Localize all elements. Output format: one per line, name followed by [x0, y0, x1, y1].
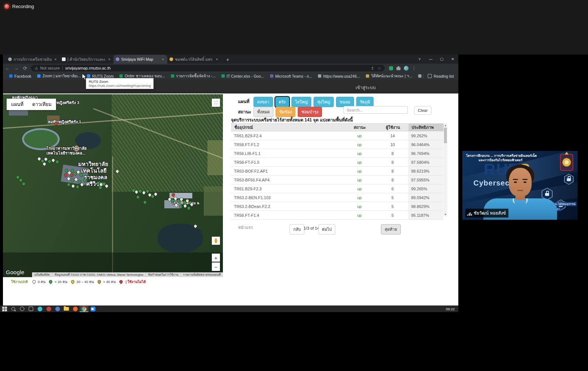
summary-text: จุดบริการระบบเครือข่ายไร้สายทั้งหมด 141 …	[231, 116, 353, 123]
map-canvas[interactable]: หอพักหญิงฉมาอพักหญิงศรีตรัง 3หอพักหญิงศร…	[3, 94, 223, 277]
profile-avatar[interactable]	[404, 66, 409, 71]
address-bar[interactable]: ⚠ Not secure | srivijayamap.rmutsv.ac.th…	[31, 65, 385, 71]
area-button-ทุ่งใหญ่[interactable]: ทุ่งใหญ่	[314, 97, 334, 107]
fullscreen-button[interactable]: ⛶	[212, 99, 220, 107]
map-marker-pin[interactable]	[186, 206, 191, 211]
map-attribution-item[interactable]: แป้นพิมพ์ลัด	[32, 272, 52, 277]
bookmark-item[interactable]: RUTS Zoom	[84, 74, 116, 78]
satellite-view-button[interactable]: ดาวเทียม	[28, 99, 56, 110]
tooltip-url: https://ruts.zoom.us/meeting#/upcoming	[89, 84, 151, 88]
search-input[interactable]	[343, 106, 408, 114]
not-secure-label: Not secure	[40, 66, 60, 70]
table-row[interactable]: TR58.FT-F1.4up595.1187%	[231, 211, 443, 220]
maximize-button[interactable]: ▢	[436, 54, 447, 64]
map-marker-pin[interactable]	[51, 158, 56, 163]
minimize-button[interactable]: —	[425, 54, 436, 64]
map-marker-pin[interactable]	[136, 195, 140, 199]
close-button[interactable]: ✕	[447, 54, 458, 64]
map-marker-pin[interactable]	[143, 200, 147, 205]
back-button[interactable]: ←	[3, 66, 12, 71]
zoom-in-button[interactable]: +	[212, 254, 220, 262]
zoom-app[interactable]	[88, 305, 97, 312]
map-marker-pin[interactable]	[71, 184, 76, 188]
pagination-prev-button[interactable]: กลับ	[290, 224, 304, 234]
scroll-up-arrow[interactable]: ▲	[444, 123, 447, 127]
tab-search-icon[interactable]: ˅	[414, 54, 425, 64]
table-row[interactable]: TR63.2-BEN.F1.103up589.0942%	[231, 193, 443, 202]
efficiency-cell: 96.0464%	[408, 140, 443, 149]
new-tab-button[interactable]: +	[224, 57, 231, 64]
bookmark-item[interactable]: Advice จ.ตรัง สาขา U...	[416, 73, 423, 79]
browser-tab[interactable]: ซอฟต์แวร์ลิขสิทธิ์ มทร.ศรีวิชัย |✕	[167, 55, 221, 64]
table-row[interactable]: TR58.FT-F1.2up1096.0464%	[231, 140, 443, 149]
bookmark-item[interactable]: รายการจัดซื้อจัดจ้าง -...	[168, 73, 218, 79]
extensions-puzzle-icon[interactable]	[396, 66, 400, 70]
bookmark-item[interactable]: Microsoft Teams - n...	[267, 74, 315, 78]
table-row[interactable]: TR61.B29-F2.4up1499.262%	[231, 131, 443, 140]
browser-tab[interactable]: | สำนักวิทยบริการและเทคโนโลยีสารสน✕	[60, 55, 113, 64]
status-button[interactable]: ทั้งหมด	[253, 107, 273, 117]
clear-button[interactable]: Clear	[414, 106, 431, 115]
area-button-สงขลา[interactable]: สงขลา	[253, 97, 273, 107]
map-attribution-item[interactable]: ข้อมูลแผนที่ ©2022 ภาพ ©2022, CNES / Air…	[52, 272, 146, 277]
zoom-out-button[interactable]: −	[212, 262, 220, 271]
table-row[interactable]: TR58-FT-F1.5up897.5804%	[231, 158, 443, 167]
area-button-ขนอม[interactable]: ขนอม	[336, 97, 354, 107]
bookmark-item[interactable]: Zoom | มหาวิทยาลัยเ...	[35, 73, 84, 79]
browser-tab[interactable]: Srivijaya WiFi Map✕	[113, 55, 167, 64]
extension-icon[interactable]	[389, 66, 393, 70]
tab-close-icon[interactable]: ✕	[53, 57, 57, 61]
area-button-รัตภูมิ[interactable]: รัตภูมิ	[356, 97, 374, 107]
pagination-first[interactable]: หน้าแรก	[238, 224, 253, 231]
reload-button[interactable]: ⟳	[21, 66, 29, 71]
bookmark-label: Microsoft Teams - n...	[275, 74, 312, 78]
map-attribution-item[interactable]: รายงานข้อผิดพลาดของแผนที่	[181, 272, 223, 277]
area-button-ตรัง[interactable]: ตรัง	[275, 97, 289, 107]
bookmark-star-icon[interactable]: ☆	[378, 66, 381, 70]
pagination-last-button[interactable]: สุดท้าย	[381, 224, 401, 234]
table-row[interactable]: TR63.2-BDean.F2.2up598.8629%	[231, 202, 443, 211]
map-view-button[interactable]: แผนที่	[7, 99, 28, 110]
map-marker-pin[interactable]	[21, 181, 26, 186]
edge-app[interactable]	[35, 305, 44, 312]
cortana-button[interactable]	[18, 305, 27, 312]
pegman-button[interactable]	[212, 237, 220, 245]
map-marker-pin[interactable]	[18, 178, 23, 183]
share-icon[interactable]: ↥	[371, 66, 374, 70]
task-view-button[interactable]	[27, 305, 35, 312]
file-explorer-app[interactable]	[62, 305, 71, 312]
status-button[interactable]: ขัดข้อง	[276, 107, 295, 117]
start-button[interactable]	[0, 305, 9, 312]
login-link[interactable]: เข้าสู่ระบบ	[356, 84, 376, 91]
table-scrollbar[interactable]: ▲ ▼	[444, 123, 447, 216]
table-row[interactable]: TR63-BF56.F4.AP4up897.5955%	[231, 176, 443, 184]
scroll-down-arrow[interactable]: ▼	[444, 212, 447, 216]
bookmark-item[interactable]: วิดีทัศน์แนะนำคณะ | ฯ...	[363, 73, 415, 79]
table-row[interactable]: TR56.LIB-F1.1up896.7694%	[231, 149, 443, 158]
browser-tab[interactable]: การบริการเครือข่ายอินเตอร์เน็ต และกา✕	[6, 55, 60, 64]
tab-close-icon[interactable]: ✕	[215, 57, 219, 61]
pinned-app-red[interactable]	[44, 305, 53, 312]
map-marker-pin[interactable]	[66, 182, 71, 187]
area-button-ไสใหญ่[interactable]: ไสใหญ่	[291, 97, 311, 107]
chrome-app[interactable]	[80, 305, 88, 312]
browser-menu-icon[interactable]: ⋮	[412, 66, 416, 71]
forward-button[interactable]: →	[12, 66, 21, 71]
reading-list-button[interactable]: Reading list	[423, 74, 458, 78]
status-button[interactable]: ซ่อมบำรุง	[298, 107, 322, 117]
tab-close-icon[interactable]: ✕	[161, 57, 165, 61]
bookmark-item[interactable]: https://www.usa246...	[315, 74, 363, 78]
tab-close-icon[interactable]: ✕	[107, 57, 111, 61]
map-marker-pin[interactable]	[55, 159, 60, 164]
scrollbar-thumb[interactable]	[444, 128, 447, 143]
map-marker-pin[interactable]	[75, 184, 80, 189]
search-button[interactable]	[9, 305, 18, 312]
map-attribution-item[interactable]: ข้อกำหนดในการใช้งาน	[146, 272, 181, 277]
bookmark-item[interactable]: Facebook	[7, 74, 34, 78]
pinned-app-blue[interactable]	[53, 305, 62, 312]
pagination-next-button[interactable]: ต่อไป	[318, 224, 335, 234]
firefox-app[interactable]	[71, 305, 80, 312]
table-row[interactable]: TR61.B29-F2.3up699.265%	[231, 184, 443, 193]
table-row[interactable]: TR63-BOF.F2.AP1up898.6219%	[231, 167, 443, 176]
bookmark-item[interactable]: IT Center.xlsx - Goo...	[219, 74, 267, 78]
